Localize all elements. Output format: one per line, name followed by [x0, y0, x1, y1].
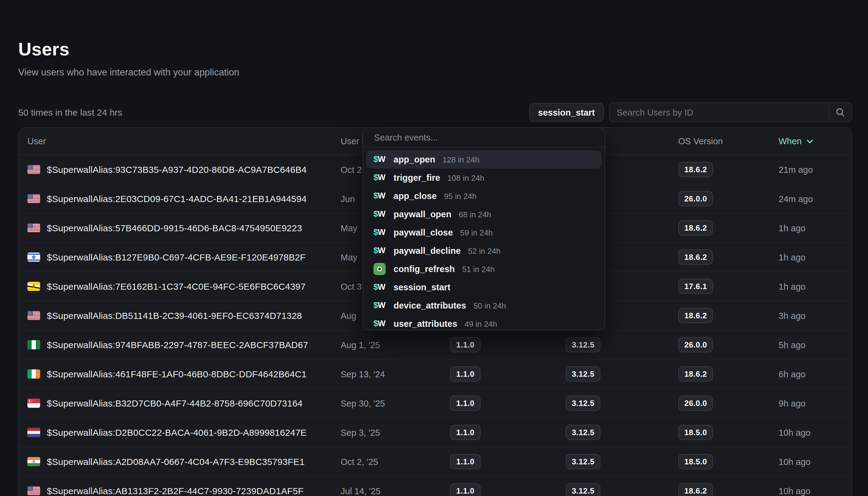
country-flag-icon	[27, 311, 40, 320]
table-row[interactable]: $SuperwallAlias:AB1313F2-2B2F-44C7-9930-…	[19, 477, 852, 496]
app-version-badge: 1.1.0	[450, 483, 481, 496]
sdk-version-badge: 3.12.5	[566, 396, 601, 411]
event-list-item[interactable]: $Wuser_attributes49 in 24h	[366, 315, 601, 330]
event-name: trigger_fire	[393, 173, 440, 183]
events-search-input[interactable]	[374, 133, 594, 142]
when-value: 3h ago	[778, 311, 852, 321]
sdk-version-badge: 3.12.5	[566, 483, 601, 496]
app-version-badge: 1.1.0	[450, 366, 481, 382]
country-flag-icon	[27, 165, 40, 174]
country-flag-icon	[27, 252, 40, 262]
when-value: 10h ago	[778, 457, 852, 466]
os-version-badge: 18.5.0	[678, 454, 713, 469]
page-subtitle: View users who have interacted with your…	[18, 67, 850, 78]
table-row[interactable]: $SuperwallAlias:A2D08AA7-0667-4C04-A7F3-…	[19, 447, 852, 477]
superwall-event-icon: $W	[373, 247, 387, 255]
event-name: paywall_decline	[393, 246, 461, 255]
os-version-badge: 26.0.0	[678, 337, 713, 352]
event-count: 59 in 24h	[460, 228, 493, 237]
table-row[interactable]: $SuperwallAlias:D2B0CC22-BACA-4061-9B2D-…	[19, 418, 852, 447]
config-app-icon	[373, 263, 387, 275]
os-version-badge: 18.6.2	[678, 308, 713, 323]
event-name: config_refresh	[393, 264, 455, 274]
superwall-event-icon: $W	[373, 320, 387, 328]
user-cell: $SuperwallAlias:D2B0CC22-BACA-4061-9B2D-…	[27, 427, 341, 437]
when-value: 9h ago	[778, 398, 852, 408]
superwall-event-icon: $W	[373, 283, 387, 292]
user-cell: $SuperwallAlias:2E03CD09-67C1-4ADC-BA41-…	[27, 193, 341, 204]
os-version-badge: 18.6.2	[678, 366, 713, 382]
event-count: 49 in 24h	[465, 319, 497, 328]
sdk-version-badge: 3.12.5	[566, 454, 601, 469]
os-version-badge: 18.6.2	[678, 162, 713, 177]
event-list-item[interactable]: $Wapp_open128 in 24h	[366, 150, 601, 169]
event-name: session_start	[393, 282, 450, 292]
superwall-event-icon: $W	[373, 192, 387, 200]
search-icon[interactable]	[829, 108, 852, 117]
event-list-item[interactable]: $Wpaywall_close59 in 24h	[366, 223, 601, 242]
event-list-item[interactable]: config_refresh51 in 24h	[366, 260, 601, 278]
when-value: 6h ago	[778, 369, 852, 379]
user-cell: $SuperwallAlias:A2D08AA7-0667-4C04-A7F3-…	[27, 456, 341, 467]
event-list-item[interactable]: $Wtrigger_fire108 in 24h	[366, 169, 601, 187]
user-alias: $SuperwallAlias:B127E9B0-C697-4CFB-AE9E-…	[47, 252, 306, 262]
superwall-event-icon: $W	[373, 301, 387, 310]
when-value: 10h ago	[778, 428, 852, 437]
user-alias: $SuperwallAlias:57B466DD-9915-46D6-BAC8-…	[47, 223, 302, 233]
event-list-item[interactable]: $Wapp_close95 in 24h	[366, 187, 601, 205]
events-dropdown: $Wapp_open128 in 24h$Wtrigger_fire108 in…	[363, 127, 605, 330]
events-search-box[interactable]	[363, 128, 605, 147]
user-cell: $SuperwallAlias:461F48FE-1AF0-46B0-8DBC-…	[27, 369, 341, 379]
app-version-badge: 1.1.0	[450, 454, 481, 469]
app-version-badge: 1.1.0	[450, 425, 481, 440]
when-value: 24m ago	[778, 194, 852, 204]
user-alias: $SuperwallAlias:7E6162B1-1C37-4C0E-94FC-…	[47, 281, 306, 292]
user-alias: $SuperwallAlias:461F48FE-1AF0-46B0-8DBC-…	[47, 369, 307, 379]
superwall-event-icon: $W	[373, 229, 387, 237]
when-value: 5h ago	[778, 340, 852, 350]
table-row[interactable]: $SuperwallAlias:974BFABB-2297-4787-BEEC-…	[19, 330, 852, 360]
event-filter-button[interactable]: session_start	[529, 103, 604, 122]
event-count: 108 in 24h	[447, 173, 484, 182]
user-alias: $SuperwallAlias:D2B0CC22-BACA-4061-9B2D-…	[47, 427, 307, 437]
event-list-item[interactable]: $Wpaywall_open68 in 24h	[366, 205, 601, 223]
os-version-badge: 26.0.0	[678, 396, 713, 411]
when-value: 21m ago	[778, 165, 852, 174]
country-flag-icon	[27, 369, 40, 378]
event-count: 51 in 24h	[462, 264, 495, 274]
user-cell: $SuperwallAlias:7E6162B1-1C37-4C0E-94FC-…	[27, 281, 341, 292]
column-header-when[interactable]: When	[778, 136, 852, 146]
user-alias: $SuperwallAlias:AB1313F2-2B2F-44C7-9930-…	[47, 486, 304, 496]
event-list-item[interactable]: $Wsession_start	[366, 278, 601, 296]
os-version-badge: 18.6.2	[678, 483, 713, 496]
stats-text: 50 times in the last 24 hrs	[18, 107, 122, 118]
user-cell: $SuperwallAlias:AB1313F2-2B2F-44C7-9930-…	[27, 486, 341, 496]
events-list: $Wapp_open128 in 24h$Wtrigger_fire108 in…	[363, 147, 605, 330]
toolbar: 50 times in the last 24 hrs session_star…	[18, 102, 852, 122]
event-count: 50 in 24h	[473, 301, 506, 310]
event-name: paywall_close	[393, 228, 453, 237]
event-count: 68 in 24h	[459, 210, 491, 219]
users-page: Users View users who have interacted wit…	[0, 0, 868, 496]
country-flag-icon	[27, 194, 40, 203]
country-flag-icon	[27, 282, 40, 291]
user-alias: $SuperwallAlias:B32D7CB0-A4F7-44B2-8758-…	[47, 398, 303, 408]
event-list-item[interactable]: $Wpaywall_decline52 in 24h	[366, 242, 601, 260]
user-alias: $SuperwallAlias:DB51141B-2C39-4061-9EF0-…	[47, 310, 302, 321]
os-version-badge: 17.6.1	[678, 279, 713, 294]
app-version-badge: 1.1.0	[450, 337, 481, 352]
first-seen-value: Aug 1, '25	[341, 340, 450, 350]
table-row[interactable]: $SuperwallAlias:461F48FE-1AF0-46B0-8DBC-…	[19, 360, 852, 389]
search-users-input[interactable]	[610, 107, 829, 117]
superwall-event-icon: $W	[373, 174, 387, 182]
user-search-box[interactable]	[609, 102, 852, 122]
event-name: user_attributes	[393, 319, 457, 329]
country-flag-icon	[27, 399, 40, 408]
user-cell: $SuperwallAlias:B127E9B0-C697-4CFB-AE9E-…	[27, 252, 341, 262]
event-count: 52 in 24h	[468, 246, 501, 255]
event-list-item[interactable]: $Wdevice_attributes50 in 24h	[366, 296, 601, 315]
table-row[interactable]: $SuperwallAlias:B32D7CB0-A4F7-44B2-8758-…	[19, 389, 852, 418]
event-count: 128 in 24h	[443, 155, 479, 164]
user-cell: $SuperwallAlias:DB51141B-2C39-4061-9EF0-…	[27, 310, 341, 321]
first-seen-value: Sep 30, '25	[341, 398, 450, 408]
